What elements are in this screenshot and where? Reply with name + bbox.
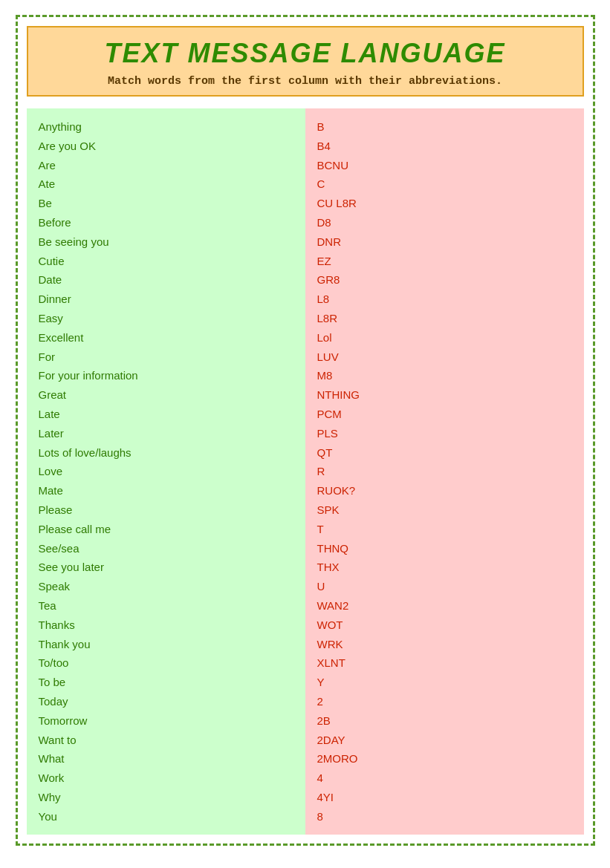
abbr-item: L8 (317, 290, 572, 309)
abbr-item: U (317, 577, 572, 596)
word-item: Ate (39, 174, 293, 194)
abbr-item: SPK (317, 500, 572, 520)
word-item: Thanks (39, 616, 293, 635)
abbr-item: 2 (317, 692, 572, 711)
word-item: To be (39, 673, 293, 692)
abbr-item: R (317, 462, 572, 481)
title-box: TEXT MESSAGE LANGUAGE Match words from t… (27, 26, 584, 97)
word-item: Easy (39, 309, 293, 328)
abbr-item: B (317, 117, 572, 137)
abbr-item: M8 (317, 366, 572, 385)
word-item: You (39, 807, 293, 826)
word-item: Work (39, 769, 293, 788)
abbr-item: THNQ (317, 539, 572, 558)
word-item: Before (39, 213, 293, 232)
word-item: What (39, 749, 293, 769)
main-wrapper: AnythingAre you OKAreAteBeBeforeBe seein… (27, 108, 584, 835)
abbr-item: 4 (317, 769, 572, 788)
word-item: For your information (39, 366, 293, 385)
abbr-item: C (317, 174, 572, 194)
word-item: Excellent (39, 328, 293, 347)
word-item: Thank you (39, 635, 293, 654)
word-item: See you later (39, 558, 293, 577)
abbr-item: BCNU (317, 156, 572, 175)
word-item: Speak (39, 577, 293, 596)
abbr-item: THX (317, 558, 572, 577)
word-item: Today (39, 692, 293, 711)
word-item: Please (39, 500, 293, 520)
word-item: Love (39, 462, 293, 481)
outer-border: TEXT MESSAGE LANGUAGE Match words from t… (16, 15, 595, 846)
abbr-item: T (317, 520, 572, 539)
word-item: For (39, 347, 293, 367)
word-item: Later (39, 424, 293, 443)
word-item: Tea (39, 596, 293, 616)
content-area: AnythingAre you OKAreAteBeBeforeBe seein… (27, 108, 584, 835)
abbr-item: NTHING (317, 385, 572, 405)
word-item: Mate (39, 481, 293, 500)
abbr-item: 2DAY (317, 731, 572, 750)
word-item: Be (39, 194, 293, 213)
abbr-item: LUV (317, 347, 572, 367)
word-item: Tomorrow (39, 711, 293, 731)
abbr-item: PLS (317, 424, 572, 443)
word-item: Lots of love/laughs (39, 443, 293, 463)
right-column: BB4BCNUCCU L8RD8DNREZGR8L8L8RLolLUVM8NTH… (305, 108, 584, 835)
word-item: Are you OK (39, 137, 293, 156)
abbr-item: GR8 (317, 270, 572, 290)
word-item: To/too (39, 653, 293, 673)
abbr-item: PCM (317, 405, 572, 424)
word-item: Please call me (39, 520, 293, 539)
abbr-item: RUOK? (317, 481, 572, 500)
word-item: Cutie (39, 252, 293, 271)
abbr-item: WRK (317, 635, 572, 654)
word-item: Late (39, 405, 293, 424)
abbr-item: B4 (317, 137, 572, 156)
abbr-item: Lol (317, 328, 572, 347)
word-item: Want to (39, 731, 293, 750)
left-column: AnythingAre you OKAreAteBeBeforeBe seein… (27, 108, 305, 835)
abbr-item: WAN2 (317, 596, 572, 616)
abbr-item: L8R (317, 309, 572, 328)
main-title: TEXT MESSAGE LANGUAGE (43, 38, 568, 69)
word-item: See/sea (39, 539, 293, 558)
abbr-item: XLNT (317, 653, 572, 673)
word-item: Why (39, 788, 293, 807)
abbr-item: 8 (317, 807, 572, 826)
abbr-item: 2MORO (317, 749, 572, 769)
abbr-item: Y (317, 673, 572, 692)
abbr-item: D8 (317, 213, 572, 232)
word-item: Be seeing you (39, 232, 293, 252)
abbr-item: WOT (317, 616, 572, 635)
word-item: Are (39, 156, 293, 175)
word-item: Dinner (39, 290, 293, 309)
abbr-item: CU L8R (317, 194, 572, 213)
abbr-item: 2B (317, 711, 572, 731)
word-item: Date (39, 270, 293, 290)
abbr-item: EZ (317, 252, 572, 271)
abbr-item: DNR (317, 232, 572, 252)
word-item: Great (39, 385, 293, 405)
abbr-item: QT (317, 443, 572, 463)
subtitle: Match words from the first column with t… (43, 75, 568, 88)
abbr-item: 4YI (317, 788, 572, 807)
word-item: Anything (39, 117, 293, 137)
